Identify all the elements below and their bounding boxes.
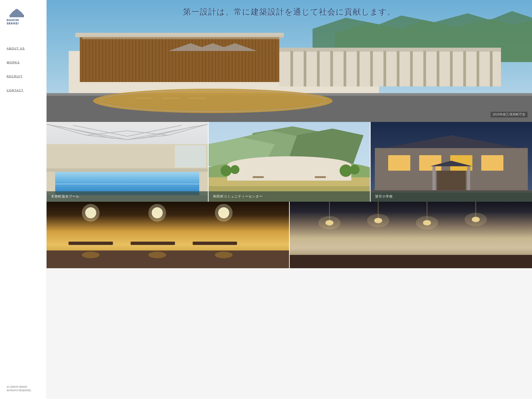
svg-point-128 <box>231 165 239 174</box>
svg-point-158 <box>148 252 166 258</box>
svg-point-172 <box>465 213 487 226</box>
main-nav: ABOUT US WORKS RECRUIT CONTACT <box>7 47 46 92</box>
svg-rect-81 <box>423 51 426 86</box>
svg-point-148 <box>82 204 100 222</box>
svg-rect-60 <box>255 35 256 82</box>
sidebar-item-works[interactable]: WORKS <box>7 61 46 64</box>
svg-rect-44 <box>202 35 203 82</box>
svg-rect-57 <box>245 35 246 82</box>
svg-point-170 <box>367 214 389 227</box>
thumb-label-pool: 木曽町温水プール <box>47 191 208 202</box>
logo-bar <box>16 9 17 17</box>
svg-rect-136 <box>388 155 410 171</box>
logo-area: DAIICHI SEKKEI <box>7 9 46 27</box>
svg-rect-48 <box>215 35 216 82</box>
svg-rect-78 <box>383 51 386 86</box>
sidebar-item-contact[interactable]: CONTACT <box>7 89 46 92</box>
svg-rect-41 <box>192 35 193 82</box>
svg-rect-9 <box>85 35 86 82</box>
svg-rect-154 <box>131 242 175 245</box>
svg-rect-77 <box>370 51 373 86</box>
svg-rect-73 <box>317 51 320 86</box>
svg-point-95 <box>93 89 332 113</box>
svg-rect-142 <box>432 166 436 193</box>
svg-rect-43 <box>198 35 200 82</box>
fourth-ceiling <box>289 202 532 268</box>
svg-rect-15 <box>105 35 106 82</box>
svg-rect-21 <box>125 35 126 82</box>
svg-rect-61 <box>258 35 259 82</box>
sidebar-item-recruit[interactable]: RECRUIT <box>7 75 46 78</box>
logo-bar <box>12 12 13 17</box>
svg-rect-38 <box>182 35 183 82</box>
thumb-item-school[interactable]: 望月小学校 <box>370 122 532 202</box>
svg-rect-83 <box>450 51 453 86</box>
svg-rect-82 <box>437 51 439 86</box>
logo-brand-text: DAIICHI SEKKEI <box>7 18 27 25</box>
svg-rect-74 <box>330 51 333 86</box>
svg-rect-58 <box>248 35 249 82</box>
svg-rect-39 <box>185 35 186 82</box>
svg-rect-59 <box>252 35 253 82</box>
svg-rect-80 <box>410 51 413 86</box>
svg-rect-51 <box>225 35 226 82</box>
svg-rect-140 <box>437 171 466 193</box>
svg-point-127 <box>221 165 232 176</box>
fourth-interior <box>47 202 289 268</box>
logo-bar <box>18 9 18 17</box>
svg-point-130 <box>350 165 360 174</box>
svg-rect-20 <box>122 35 123 82</box>
svg-rect-37 <box>178 35 180 82</box>
svg-rect-40 <box>188 35 190 82</box>
svg-point-150 <box>148 204 166 222</box>
svg-point-169 <box>318 216 341 229</box>
svg-rect-65 <box>272 35 273 82</box>
svg-rect-63 <box>265 35 266 82</box>
svg-rect-16 <box>109 35 110 82</box>
logo-bar <box>10 15 10 17</box>
svg-rect-30 <box>155 35 156 82</box>
svg-rect-28 <box>149 35 150 82</box>
svg-rect-8 <box>82 35 83 82</box>
svg-rect-143 <box>467 166 470 193</box>
logo-bar <box>13 11 14 17</box>
svg-rect-13 <box>99 35 100 82</box>
thumbnails-row: 木曽町温水プール <box>47 122 532 202</box>
svg-rect-53 <box>232 35 233 82</box>
svg-rect-56 <box>242 35 243 82</box>
svg-rect-26 <box>142 35 143 82</box>
svg-rect-45 <box>205 35 206 82</box>
svg-rect-155 <box>193 242 237 245</box>
svg-rect-79 <box>397 51 399 86</box>
thumb-label-community: 和田村コミュニティーセンター <box>209 191 370 202</box>
svg-point-171 <box>416 216 438 229</box>
svg-rect-36 <box>175 35 176 82</box>
svg-rect-126 <box>315 176 326 178</box>
logo-bar <box>20 11 20 17</box>
svg-rect-14 <box>102 35 103 82</box>
copyright-line2: All RIGHTS RESERVED. <box>7 389 32 392</box>
svg-point-152 <box>215 204 233 222</box>
svg-rect-137 <box>419 155 441 171</box>
svg-rect-42 <box>195 35 196 82</box>
svg-rect-54 <box>235 35 236 82</box>
hero-section: 第一設計は、常に建築設計を通じて社会に貢献します。 <box>47 0 532 122</box>
hero-caption: 2015年竣工/長和町庁舎 <box>491 112 528 117</box>
svg-rect-173 <box>290 255 532 268</box>
sidebar: DAIICHI SEKKEI ABOUT US WORKS RECRUIT CO… <box>0 0 47 399</box>
svg-rect-46 <box>208 35 209 82</box>
thumb-label-school: 望月小学校 <box>371 191 532 202</box>
svg-point-159 <box>215 252 233 258</box>
svg-rect-114 <box>175 145 206 167</box>
thumb-item-community[interactable]: 和田村コミュニティーセンター <box>208 122 370 202</box>
svg-rect-27 <box>145 35 146 82</box>
svg-rect-62 <box>262 35 263 82</box>
svg-rect-156 <box>47 250 289 268</box>
svg-rect-34 <box>168 35 170 82</box>
sidebar-item-about[interactable]: ABOUT US <box>7 47 46 50</box>
svg-rect-55 <box>238 35 239 82</box>
thumb-item-pool[interactable]: 木曽町温水プール <box>47 122 208 202</box>
logo-bar <box>11 13 12 17</box>
svg-rect-153 <box>69 242 113 245</box>
svg-rect-17 <box>112 35 113 82</box>
